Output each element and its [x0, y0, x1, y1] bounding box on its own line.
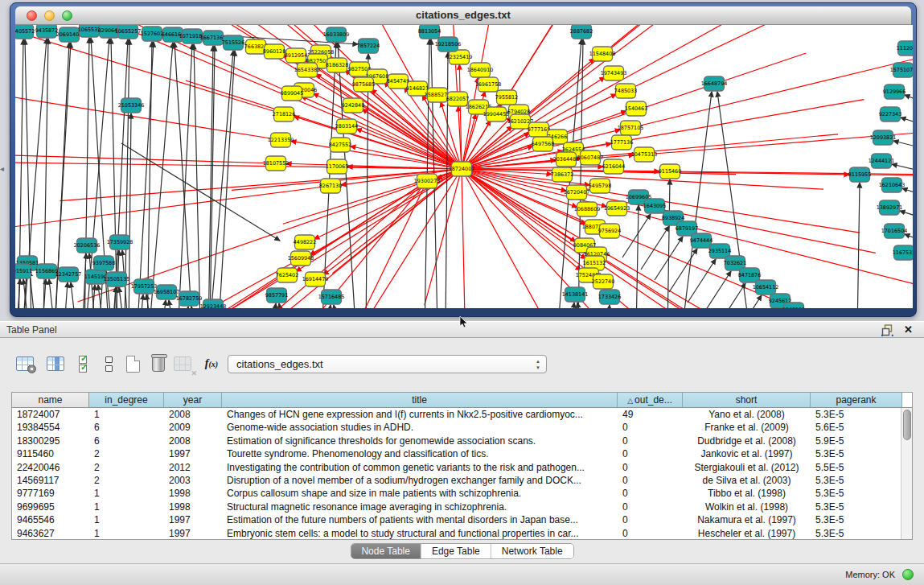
graph-edge [49, 279, 56, 308]
graph-edge [892, 164, 913, 172]
table-row[interactable]: 946554611997Estimation of the future num… [12, 513, 912, 526]
delete-rows-icon[interactable] [148, 353, 169, 374]
graph-node-label: 16958107 [154, 289, 180, 295]
graph-edge [184, 307, 188, 308]
table-cell: Nakamura et al. (1997) [683, 513, 811, 526]
graph-edge [607, 305, 610, 308]
graph-node-label: 18724007 [449, 166, 475, 172]
select-rows-icon[interactable] [72, 353, 93, 374]
graph-node-label: 12444121 [869, 158, 895, 164]
table-cell: 9465546 [12, 513, 89, 526]
table-cell: 2012 [164, 461, 222, 474]
graph-node-label: 8267130 [319, 183, 342, 189]
graph-node-label: 7515526 [222, 39, 244, 46]
graph-node-label: 21053346 [118, 102, 145, 109]
delete-table-icon[interactable]: ✕ [172, 353, 193, 374]
float-panel-icon[interactable] [881, 324, 893, 336]
table-row[interactable]: 1872400712008Changes of HCN gene express… [12, 408, 912, 421]
vertical-scrollbar[interactable] [901, 408, 912, 539]
table-cell: 1998 [164, 487, 222, 500]
graph-edge [138, 42, 154, 308]
graph-edge [905, 95, 913, 103]
new-table-icon[interactable] [122, 353, 143, 374]
graph-edge [71, 282, 78, 308]
graph-node-label: 6216044 [602, 163, 625, 170]
graph-node-label: 9899045 [281, 90, 303, 97]
column-header-in_degree[interactable]: in_degree [89, 393, 164, 407]
row-height-icon[interactable] [98, 353, 119, 374]
scrollbar-thumb[interactable] [903, 410, 911, 440]
table-row[interactable]: 2242004622012Investigating the contribut… [12, 461, 912, 474]
window-title: citations_edges.txt [15, 9, 911, 21]
table-row[interactable]: 1456911722003Disruption of a novel membe… [12, 474, 912, 487]
panel-collapse-arrow[interactable]: ◂ [0, 164, 4, 173]
graph-node-label: 9146821 [406, 85, 429, 92]
graph-node-label: 10475313 [631, 151, 658, 158]
column-header-out_de[interactable]: △out_de... [618, 393, 683, 407]
table-body: 1872400712008Changes of HCN gene express… [12, 408, 912, 540]
graph-edge [641, 226, 669, 270]
column-header-year[interactable]: year [164, 393, 222, 407]
network-canvas[interactable]: 1872400776638228960128891295425226058982… [15, 25, 913, 308]
column-header-short[interactable]: short [683, 393, 811, 407]
close-panel-icon[interactable]: ✕ [904, 323, 913, 336]
window-titlebar[interactable]: citations_edges.txt [15, 6, 911, 25]
graph-edge [733, 295, 762, 308]
column-header-name[interactable]: name [12, 393, 89, 407]
table-row[interactable]: 911546021997Tourette syndrome. Phenomeno… [12, 447, 912, 460]
table-row[interactable]: 1938455462009Genome-wide association stu… [12, 421, 912, 434]
graph-node-label: 17359928 [107, 239, 133, 245]
table-cell: 5.9E-5 [811, 435, 902, 447]
graph-edge [462, 169, 467, 308]
table-cell: 22420046 [12, 461, 89, 474]
table-cell: 5.6E-5 [811, 421, 902, 434]
graph-edge [857, 183, 860, 308]
graph-node-label: 8186328 [326, 62, 348, 68]
table-selector-dropdown[interactable]: citations_edges.txt ▲▼ [228, 355, 547, 373]
graph-node-label: 3915911 [15, 268, 32, 274]
tab-network-table[interactable]: Network Table [491, 544, 573, 558]
table-cell: Tibbo et al. (1998) [683, 487, 811, 500]
table-cell: Disruption of a novel member of a sodium… [222, 474, 618, 487]
graph-node-label: 20364486 [553, 156, 580, 163]
memory-ok-indicator[interactable] [902, 569, 914, 580]
graph-edge [602, 25, 913, 54]
table-cell: Changes of HCN gene expression and I(f) … [222, 408, 618, 421]
graph-node-label: 1733426 [598, 294, 621, 300]
table-row[interactable]: 977716911998Corpus callosum shape and si… [12, 487, 912, 500]
table-cell: 2009 [164, 421, 222, 434]
table-cell: 1 [89, 527, 164, 540]
table-settings-icon[interactable] [14, 353, 35, 374]
graph-node-label: 12213359 [268, 137, 294, 143]
table-cell: 9699695 [12, 501, 89, 513]
tab-node-table[interactable]: Node Table [351, 544, 421, 558]
graph-edge [902, 188, 913, 196]
table-row[interactable]: 946362711997Embryonic stem cells: a mode… [12, 527, 912, 540]
graph-edge [191, 307, 199, 308]
function-builder-icon[interactable]: f(x) [198, 353, 225, 374]
graph-edge [626, 25, 913, 91]
table-row[interactable]: 969969511998Structural magnetic resonanc… [12, 501, 912, 513]
column-visibility-icon[interactable] [45, 353, 66, 374]
table-cell: 5.3E-5 [811, 474, 902, 487]
table-cell: Embryonic stem cells: a model to study s… [222, 527, 618, 540]
table-cell: 0 [618, 527, 683, 540]
column-header-title[interactable]: title [222, 393, 618, 407]
graph-node-label: 1615132 [583, 260, 606, 266]
graph-node-label: 2887682 [570, 28, 593, 35]
graph-node-label: 7955812 [495, 94, 518, 101]
table-cell: 9463627 [12, 527, 89, 540]
graph-edge [162, 300, 166, 308]
graph-node-label: 13892971 [877, 204, 903, 211]
tab-edge-table[interactable]: Edge Table [421, 544, 491, 558]
graph-node-label: 6879197 [676, 225, 698, 232]
graph-node-label: 8454749 [387, 78, 409, 84]
table-row[interactable]: 1830029562008Estimation of significance … [12, 435, 912, 447]
table-cell: 2008 [164, 435, 222, 447]
graph-node-label: 20206536 [74, 242, 101, 249]
table-header-row: namein_degreeyeartitle△out_de...shortpag… [12, 393, 912, 408]
graph-node-label: 9756924 [598, 228, 621, 234]
graph-node-label: 19743493 [601, 70, 627, 76]
graph-node-label: 10655257 [115, 28, 142, 35]
column-header-pagerank[interactable]: pagerank [811, 393, 902, 407]
